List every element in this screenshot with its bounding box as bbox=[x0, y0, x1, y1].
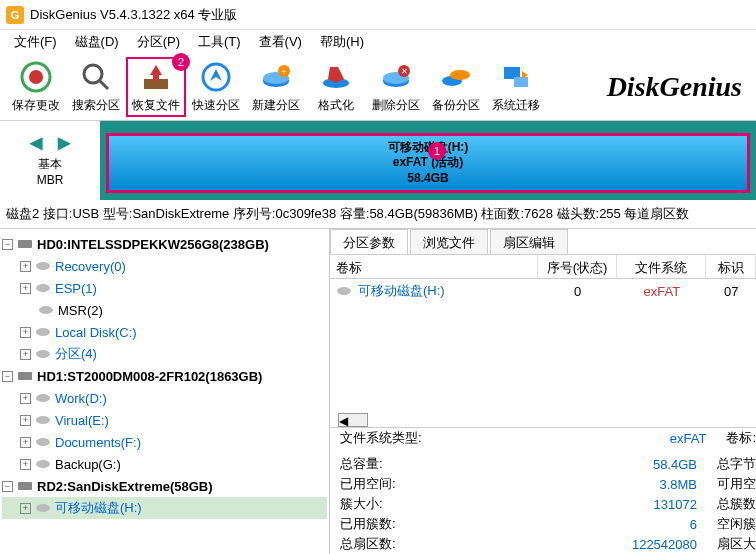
recover-icon bbox=[140, 61, 172, 93]
menu-disk[interactable]: 磁盘(D) bbox=[67, 31, 127, 53]
th-fs[interactable]: 文件系统 bbox=[617, 255, 706, 278]
tabs: 分区参数 浏览文件 扇区编辑 bbox=[330, 229, 756, 255]
detail-extra: 总字节 bbox=[707, 455, 756, 473]
detail-extra: 总簇数 bbox=[707, 495, 756, 513]
prev-disk-button[interactable]: ◀ bbox=[23, 133, 49, 153]
detail-label: 已用空间: bbox=[330, 475, 450, 493]
svg-point-25 bbox=[36, 284, 50, 292]
partition-icon bbox=[35, 346, 51, 362]
svg-line-3 bbox=[100, 81, 108, 89]
tree-partition-selected[interactable]: +可移动磁盘(H:) bbox=[2, 497, 327, 519]
svg-rect-6 bbox=[153, 73, 159, 81]
td-volume: 可移动磁盘(H:) bbox=[330, 280, 538, 302]
tree-partition[interactable]: +Work(D:) bbox=[2, 387, 327, 409]
menu-view[interactable]: 查看(V) bbox=[251, 31, 310, 53]
quick-partition-button[interactable]: 快速分区 bbox=[186, 57, 246, 117]
partition-icon bbox=[35, 280, 51, 296]
migrate-icon bbox=[500, 61, 532, 93]
th-volume[interactable]: 卷标 bbox=[330, 255, 538, 278]
tool-label: 删除分区 bbox=[372, 97, 420, 114]
expand-icon[interactable]: + bbox=[20, 503, 31, 514]
detail-extra: 空闲簇 bbox=[707, 515, 756, 533]
menu-tools[interactable]: 工具(T) bbox=[190, 31, 249, 53]
td-flag: 07 bbox=[706, 282, 756, 301]
detail-value: 3.8MB bbox=[607, 477, 707, 492]
expand-icon[interactable]: + bbox=[20, 437, 31, 448]
delete-partition-button[interactable]: ✕ 删除分区 bbox=[366, 57, 426, 117]
expand-icon[interactable]: + bbox=[20, 415, 31, 426]
partition-icon bbox=[35, 390, 51, 406]
expand-icon[interactable]: + bbox=[20, 327, 31, 338]
tab-browse-files[interactable]: 浏览文件 bbox=[410, 229, 488, 254]
titlebar: G DiskGenius V5.4.3.1322 x64 专业版 bbox=[0, 0, 756, 30]
tree-partition[interactable]: +Backup(G:) bbox=[2, 453, 327, 475]
expand-icon[interactable]: + bbox=[20, 349, 31, 360]
tab-partition-params[interactable]: 分区参数 bbox=[330, 229, 408, 254]
svg-text:✕: ✕ bbox=[401, 67, 408, 76]
tree-partition[interactable]: +Recovery(0) bbox=[2, 255, 327, 277]
tree-partition[interactable]: +Local Disk(C:) bbox=[2, 321, 327, 343]
tree-disk-rd2[interactable]: − RD2:SanDiskExtreme(58GB) bbox=[2, 475, 327, 497]
tree-disk-hd0[interactable]: − HD0:INTELSSDPEKKW256G8(238GB) bbox=[2, 233, 327, 255]
main-area: − HD0:INTELSSDPEKKW256G8(238GB) +Recover… bbox=[0, 228, 756, 554]
app-logo-icon: G bbox=[6, 6, 24, 24]
fs-type-value: exFAT bbox=[616, 431, 716, 446]
tree-partition[interactable]: +分区(4) bbox=[2, 343, 327, 365]
svg-point-28 bbox=[36, 350, 50, 358]
expand-icon[interactable]: + bbox=[20, 459, 31, 470]
expand-icon[interactable]: + bbox=[20, 283, 31, 294]
disk-icon bbox=[17, 478, 33, 494]
collapse-icon[interactable]: − bbox=[2, 371, 13, 382]
expand-icon[interactable]: + bbox=[20, 261, 31, 272]
tool-label: 备份分区 bbox=[432, 97, 480, 114]
partition-icon bbox=[35, 324, 51, 340]
save-changes-button[interactable]: 保存更改 bbox=[6, 57, 66, 117]
new-partition-button[interactable]: + 新建分区 bbox=[246, 57, 306, 117]
partition-block[interactable]: 1 可移动磁盘(H:) exFAT (活动) 58.4GB bbox=[106, 133, 750, 193]
system-migration-button[interactable]: 系统迁移 bbox=[486, 57, 546, 117]
detail-label: 已用簇数: bbox=[330, 515, 450, 533]
tree-partition[interactable]: +Virual(E:) bbox=[2, 409, 327, 431]
detail-extra: 可用空 bbox=[707, 475, 756, 493]
menu-partition[interactable]: 分区(P) bbox=[129, 31, 188, 53]
next-disk-button[interactable]: ▶ bbox=[51, 133, 77, 153]
format-button[interactable]: 格式化 bbox=[306, 57, 366, 117]
partition-icon bbox=[35, 434, 51, 450]
tab-sector-edit[interactable]: 扇区编辑 bbox=[490, 229, 568, 254]
detail-value: 6 bbox=[607, 517, 707, 532]
horizontal-scrollbar[interactable]: ◀ bbox=[338, 413, 368, 427]
svg-point-24 bbox=[36, 262, 50, 270]
tree-partition[interactable]: +ESP(1) bbox=[2, 277, 327, 299]
disk-icon bbox=[17, 236, 33, 252]
svg-rect-21 bbox=[514, 77, 528, 87]
expand-icon[interactable]: + bbox=[20, 393, 31, 404]
svg-point-31 bbox=[36, 416, 50, 424]
save-icon bbox=[20, 61, 52, 93]
collapse-icon[interactable]: − bbox=[2, 239, 13, 250]
detail-value: 122542080 bbox=[607, 537, 707, 552]
right-panel: 分区参数 浏览文件 扇区编辑 卷标 序号(状态) 文件系统 标识 可移动磁盘(H… bbox=[330, 229, 756, 554]
recover-files-button[interactable]: 2 恢复文件 bbox=[126, 57, 186, 117]
th-seq[interactable]: 序号(状态) bbox=[538, 255, 617, 278]
tree-partition[interactable]: +Documents(F:) bbox=[2, 431, 327, 453]
svg-point-30 bbox=[36, 394, 50, 402]
disk-tree: − HD0:INTELSSDPEKKW256G8(238GB) +Recover… bbox=[0, 229, 330, 554]
menu-help[interactable]: 帮助(H) bbox=[312, 31, 372, 53]
tree-partition[interactable]: MSR(2) bbox=[2, 299, 327, 321]
th-flag[interactable]: 标识 bbox=[706, 255, 756, 278]
svg-point-19 bbox=[450, 70, 470, 80]
table-row[interactable]: 可移动磁盘(H:) 0 exFAT 07 bbox=[330, 279, 756, 303]
svg-point-2 bbox=[84, 65, 102, 83]
backup-partition-button[interactable]: 备份分区 bbox=[426, 57, 486, 117]
collapse-icon[interactable]: − bbox=[2, 481, 13, 492]
svg-point-27 bbox=[36, 328, 50, 336]
detail-extra: 扇区大 bbox=[707, 535, 756, 553]
search-partition-button[interactable]: 搜索分区 bbox=[66, 57, 126, 117]
quick-partition-icon bbox=[200, 61, 232, 93]
tool-label: 恢复文件 bbox=[132, 97, 180, 114]
partition-details: 文件系统类型: exFAT 卷标: 总容量:58.4GB总字节 已用空间:3.8… bbox=[330, 427, 756, 554]
table-scroll-area: ◀ bbox=[330, 303, 756, 427]
tree-disk-hd1[interactable]: − HD1:ST2000DM008-2FR102(1863GB) bbox=[2, 365, 327, 387]
menu-file[interactable]: 文件(F) bbox=[6, 31, 65, 53]
new-partition-icon: + bbox=[260, 61, 292, 93]
